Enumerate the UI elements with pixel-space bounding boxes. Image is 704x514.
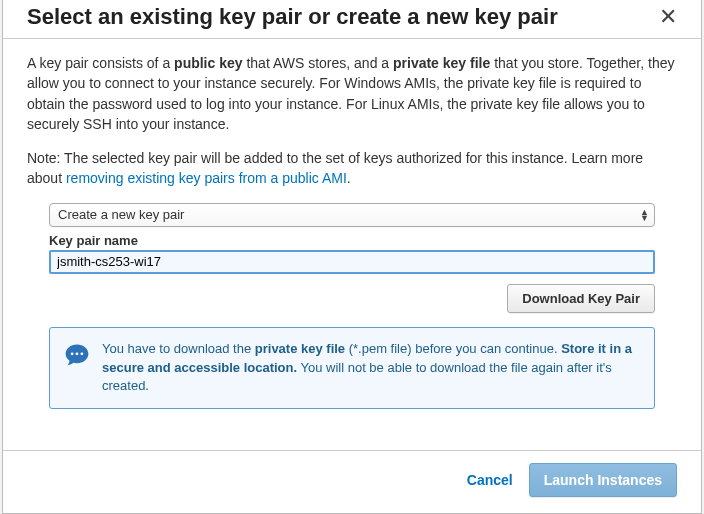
dialog-header: Select an existing key pair or create a … (3, 0, 701, 38)
keypair-dialog: Select an existing key pair or create a … (2, 0, 702, 514)
divider (3, 38, 701, 39)
alert-text: You have to download the private key fil… (102, 340, 640, 397)
text: that AWS stores, and a (243, 55, 393, 71)
info-chat-icon (64, 342, 90, 368)
cancel-button[interactable]: Cancel (467, 472, 513, 488)
dialog-body: A key pair consists of a public key that… (3, 53, 701, 450)
select-value: Create a new key pair (58, 207, 184, 222)
text: You have to download the (102, 341, 255, 356)
keypair-option-select[interactable]: Create a new key pair ▲▼ (49, 203, 655, 227)
remove-keypairs-link[interactable]: removing existing key pairs from a publi… (66, 170, 347, 186)
svg-point-0 (71, 352, 74, 355)
description-paragraph-2: Note: The selected key pair will be adde… (27, 148, 677, 189)
download-keypair-button[interactable]: Download Key Pair (507, 284, 655, 313)
description-paragraph-1: A key pair consists of a public key that… (27, 53, 677, 134)
close-icon[interactable]: ✕ (659, 6, 677, 28)
text-bold: private key file (255, 341, 345, 356)
select-arrows-icon: ▲▼ (640, 209, 649, 221)
text: . (347, 170, 351, 186)
form-area: Create a new key pair ▲▼ Key pair name D… (27, 203, 677, 410)
text: (*.pem file) before you can continue. (345, 341, 561, 356)
svg-point-2 (80, 352, 83, 355)
info-alert: You have to download the private key fil… (49, 327, 655, 410)
keypair-name-input[interactable] (49, 250, 655, 274)
keypair-name-label: Key pair name (49, 233, 655, 248)
launch-instances-button[interactable]: Launch Instances (529, 463, 677, 497)
dialog-title: Select an existing key pair or create a … (27, 4, 558, 30)
dialog-footer: Cancel Launch Instances (3, 450, 701, 513)
download-row: Download Key Pair (49, 284, 655, 313)
text: A key pair consists of a (27, 55, 174, 71)
text-bold: public key (174, 55, 242, 71)
text-bold: private key file (393, 55, 490, 71)
svg-point-1 (76, 352, 79, 355)
